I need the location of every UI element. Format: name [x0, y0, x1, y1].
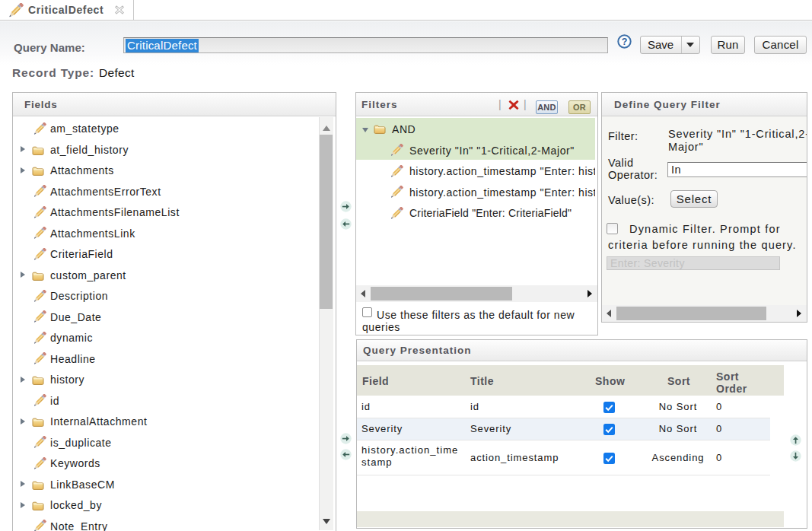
svg-text:?: ? — [622, 37, 628, 47]
